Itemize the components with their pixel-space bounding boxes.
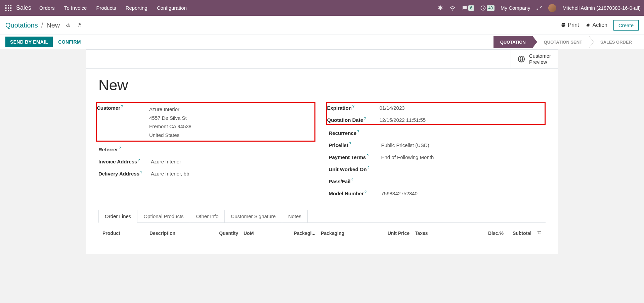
- gear-icon: [585, 22, 591, 28]
- print-button[interactable]: Print: [561, 22, 579, 28]
- svg-rect-0: [5, 5, 7, 6]
- th-packaging[interactable]: Packaging: [318, 231, 358, 236]
- expiration-label: Expiration?: [327, 104, 380, 111]
- model-number-field[interactable]: 7598342752340: [381, 190, 418, 196]
- svg-rect-1: [8, 5, 9, 6]
- chat-badge: 6: [468, 5, 474, 11]
- action-button[interactable]: Action: [585, 22, 607, 28]
- confirm-button[interactable]: CONFIRM: [58, 39, 81, 45]
- invoice-address-label: Invoice Address?: [98, 158, 151, 164]
- recurrence-label: Recurrence?: [329, 129, 381, 136]
- payment-terms-label: Payment Terms?: [329, 153, 381, 160]
- th-packaging-qty[interactable]: Packagi...: [268, 231, 318, 236]
- th-options-icon[interactable]: [534, 230, 544, 236]
- th-product[interactable]: Product: [100, 231, 147, 236]
- menu-reporting[interactable]: Reporting: [126, 5, 147, 11]
- tab-other-info[interactable]: Other Info: [190, 210, 225, 223]
- model-number-label: Model Number?: [329, 190, 381, 196]
- globe-icon: [518, 55, 525, 63]
- delivery-address-field[interactable]: Azure Interior, bb: [151, 170, 189, 176]
- th-subtotal[interactable]: Subtotal: [506, 231, 534, 236]
- svg-rect-2: [10, 5, 12, 6]
- messaging-icon[interactable]: 6: [462, 5, 474, 11]
- statusbar: QUOTATION QUOTATION SENT SALES ORDER: [493, 36, 639, 48]
- page-title: New: [98, 77, 546, 94]
- breadcrumb-current: New: [46, 21, 60, 29]
- th-taxes[interactable]: Taxes: [412, 231, 446, 236]
- svg-marker-11: [589, 36, 594, 48]
- tab-order-lines[interactable]: Order Lines: [98, 210, 137, 223]
- save-icon[interactable]: [65, 22, 71, 28]
- activity-icon[interactable]: 40: [480, 5, 495, 11]
- payment-terms-field[interactable]: End of Following Month: [381, 153, 434, 160]
- menu-products[interactable]: Products: [96, 5, 116, 11]
- referrer-label: Referrer?: [98, 146, 151, 152]
- svg-rect-8: [10, 10, 12, 11]
- quotation-date-field[interactable]: 12/15/2022 11:51:55: [380, 116, 426, 123]
- activity-badge: 40: [487, 5, 495, 11]
- menu-configuration[interactable]: Configuration: [157, 5, 187, 11]
- tab-notes[interactable]: Notes: [282, 210, 308, 223]
- send-by-email-button[interactable]: SEND BY EMAIL: [5, 37, 53, 47]
- svg-marker-10: [532, 36, 537, 48]
- app-brand[interactable]: Sales: [16, 4, 31, 11]
- status-sales-order[interactable]: SALES ORDER: [594, 36, 639, 48]
- unit-worked-on-label: Unit Worked On?: [329, 165, 381, 172]
- th-quantity[interactable]: Quantity: [204, 231, 241, 236]
- invoice-address-field[interactable]: Azure Interior: [151, 158, 181, 164]
- tab-customer-signature[interactable]: Customer Signature: [224, 210, 282, 223]
- status-quotation[interactable]: QUOTATION: [493, 36, 532, 48]
- wifi-icon[interactable]: [449, 5, 456, 11]
- apps-icon[interactable]: [5, 4, 12, 12]
- svg-rect-4: [8, 7, 9, 9]
- th-disc[interactable]: Disc.%: [446, 231, 506, 236]
- svg-rect-6: [5, 10, 7, 11]
- th-description[interactable]: Description: [147, 231, 204, 236]
- order-lines-header: Product Description Quantity UoM Packagi…: [98, 225, 546, 241]
- print-icon: [561, 22, 566, 28]
- customer-preview-button[interactable]: Customer Preview: [511, 50, 558, 68]
- tab-optional-products[interactable]: Optional Products: [137, 210, 190, 223]
- status-quotation-sent[interactable]: QUOTATION SENT: [537, 36, 589, 48]
- tools-icon[interactable]: [536, 5, 542, 11]
- discard-icon[interactable]: [77, 22, 83, 28]
- breadcrumb-root[interactable]: Quotations: [5, 21, 38, 29]
- avatar[interactable]: [548, 4, 556, 12]
- svg-rect-3: [5, 7, 7, 9]
- th-unit-price[interactable]: Unit Price: [358, 231, 412, 236]
- breadcrumb-sep: /: [41, 21, 43, 29]
- menu-orders[interactable]: Orders: [39, 5, 55, 11]
- quotation-date-label: Quotation Date?: [327, 116, 380, 123]
- user-name[interactable]: Mitchell Admin (21870383-16-0-all): [562, 5, 641, 11]
- bug-icon[interactable]: [437, 5, 443, 11]
- expiration-field[interactable]: 01/14/2023: [380, 104, 405, 111]
- pricelist-field[interactable]: Public Pricelist (USD): [381, 141, 429, 148]
- customer-label: Customer?: [97, 104, 149, 111]
- th-uom[interactable]: UoM: [241, 231, 268, 236]
- pricelist-label: Pricelist?: [329, 141, 381, 148]
- svg-rect-5: [10, 7, 12, 9]
- menu-to-invoice[interactable]: To Invoice: [64, 5, 87, 11]
- create-button[interactable]: Create: [613, 20, 639, 31]
- svg-rect-7: [8, 10, 9, 11]
- delivery-address-label: Delivery Address?: [98, 170, 151, 176]
- customer-field[interactable]: Azure Interior 4557 De Silva St Fremont …: [149, 104, 191, 139]
- company-switcher[interactable]: My Company: [501, 5, 530, 11]
- pass-fail-label: Pass/Fail?: [329, 178, 381, 184]
